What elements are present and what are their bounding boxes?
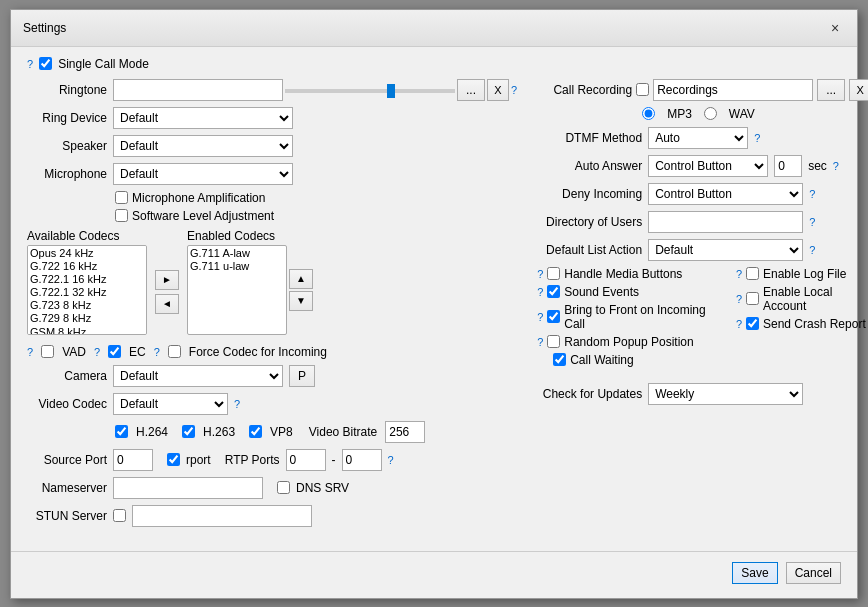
ring-device-label: Ring Device <box>27 111 107 125</box>
bring-front-label: Bring to Front on Incoming Call <box>564 303 720 331</box>
codec-up-button[interactable]: ▲ <box>289 269 313 289</box>
settings-dialog: Settings × ? Single Call Mode Ringtone <box>10 9 858 599</box>
software-level-checkbox[interactable] <box>115 209 128 222</box>
single-call-help[interactable]: ? <box>27 58 33 70</box>
available-codecs-list[interactable]: Opus 24 kHz G.722 16 kHz G.722.1 16 kHz … <box>27 245 147 335</box>
source-port-input[interactable] <box>113 449 153 471</box>
stun-label: STUN Server <box>27 509 107 523</box>
ringtone-input[interactable] <box>113 79 283 101</box>
random-popup-label: Random Popup Position <box>564 335 693 349</box>
close-button[interactable]: × <box>825 18 845 38</box>
auto-answer-help[interactable]: ? <box>833 160 839 172</box>
random-popup-checkbox[interactable] <box>547 335 560 348</box>
vad-help[interactable]: ? <box>27 346 33 358</box>
enabled-codecs-label: Enabled Codecs <box>187 229 313 243</box>
call-recording-clear[interactable]: X <box>849 79 868 101</box>
call-recording-folder[interactable] <box>653 79 813 101</box>
handle-media-help[interactable]: ? <box>537 268 543 280</box>
speaker-label: Speaker <box>27 139 107 153</box>
handle-media-label: Handle Media Buttons <box>564 267 682 281</box>
enable-log-help[interactable]: ? <box>736 268 742 280</box>
mic-amplification-label: Microphone Amplification <box>132 191 265 205</box>
updates-select[interactable]: Never Daily Weekly Monthly <box>648 383 803 405</box>
call-waiting-checkbox[interactable] <box>553 353 566 366</box>
rtp-help[interactable]: ? <box>388 454 394 466</box>
enable-log-checkbox[interactable] <box>746 267 759 280</box>
h263-label: H.263 <box>203 425 235 439</box>
dns-srv-checkbox[interactable] <box>277 481 290 494</box>
h264-label: H.264 <box>136 425 168 439</box>
single-call-mode-label: Single Call Mode <box>58 57 149 71</box>
deny-incoming-select[interactable]: Control Button Always Never <box>648 183 803 205</box>
camera-p-button[interactable]: P <box>289 365 315 387</box>
mp3-label: MP3 <box>667 107 692 121</box>
auto-answer-label: Auto Answer <box>537 159 642 173</box>
ec-help[interactable]: ? <box>94 346 100 358</box>
vad-checkbox[interactable] <box>41 345 54 358</box>
mic-amplification-checkbox[interactable] <box>115 191 128 204</box>
bring-front-help[interactable]: ? <box>537 311 543 323</box>
send-crash-help[interactable]: ? <box>736 318 742 330</box>
video-codec-select[interactable]: Default <box>113 393 228 415</box>
force-codec-checkbox[interactable] <box>168 345 181 358</box>
ring-device-select[interactable]: Default <box>113 107 293 129</box>
vp8-checkbox[interactable] <box>249 425 262 438</box>
cancel-button[interactable]: Cancel <box>786 562 841 584</box>
save-button[interactable]: Save <box>732 562 777 584</box>
bring-front-checkbox[interactable] <box>547 310 560 323</box>
speaker-select[interactable]: Default <box>113 135 293 157</box>
directory-input[interactable] <box>648 211 803 233</box>
ringtone-help[interactable]: ? <box>511 84 517 96</box>
rport-checkbox[interactable] <box>167 453 180 466</box>
stun-checkbox[interactable] <box>113 509 126 522</box>
codec-move-right-button[interactable]: ► <box>155 270 179 290</box>
auto-answer-select[interactable]: Control Button Always Never <box>648 155 768 177</box>
dtmf-select[interactable]: Auto RFC 2833 In-Band SIP INFO <box>648 127 748 149</box>
send-crash-checkbox[interactable] <box>746 317 759 330</box>
mp3-radio[interactable] <box>642 107 655 120</box>
rtp-to-input[interactable] <box>342 449 382 471</box>
h264-checkbox[interactable] <box>115 425 128 438</box>
sound-events-checkbox[interactable] <box>547 285 560 298</box>
handle-media-checkbox[interactable] <box>547 267 560 280</box>
sound-events-label: Sound Events <box>564 285 639 299</box>
auto-answer-sec-input[interactable] <box>774 155 802 177</box>
directory-help[interactable]: ? <box>809 216 815 228</box>
ringtone-browse-button[interactable]: ... <box>457 79 485 101</box>
codec-down-button[interactable]: ▼ <box>289 291 313 311</box>
default-list-help[interactable]: ? <box>809 244 815 256</box>
vad-label: VAD <box>62 345 86 359</box>
microphone-select[interactable]: Default <box>113 163 293 185</box>
call-recording-checkbox[interactable] <box>636 83 649 96</box>
codec-move-left-button[interactable]: ◄ <box>155 294 179 314</box>
wav-radio[interactable] <box>704 107 717 120</box>
nameserver-input[interactable] <box>113 477 263 499</box>
microphone-label: Microphone <box>27 167 107 181</box>
enable-local-checkbox[interactable] <box>746 292 759 305</box>
ec-checkbox[interactable] <box>108 345 121 358</box>
single-call-mode-checkbox[interactable] <box>39 57 52 70</box>
dtmf-help[interactable]: ? <box>754 132 760 144</box>
default-list-select[interactable]: Default <box>648 239 803 261</box>
call-waiting-label: Call Waiting <box>570 353 634 367</box>
enable-local-label: Enable Local Account <box>763 285 868 313</box>
rtp-ports-label: RTP Ports <box>225 453 280 467</box>
default-list-label: Default List Action <box>537 243 642 257</box>
h263-checkbox[interactable] <box>182 425 195 438</box>
force-codec-label: Force Codec for Incoming <box>189 345 327 359</box>
video-codec-help[interactable]: ? <box>234 398 240 410</box>
stun-input[interactable] <box>132 505 312 527</box>
random-popup-help[interactable]: ? <box>537 336 543 348</box>
ringtone-clear-button[interactable]: X <box>487 79 509 101</box>
call-recording-browse[interactable]: ... <box>817 79 845 101</box>
dialog-title: Settings <box>23 21 66 35</box>
force-codec-help[interactable]: ? <box>154 346 160 358</box>
sound-events-help[interactable]: ? <box>537 286 543 298</box>
deny-incoming-help[interactable]: ? <box>809 188 815 200</box>
bitrate-input[interactable] <box>385 421 425 443</box>
rtp-from-input[interactable] <box>286 449 326 471</box>
camera-select[interactable]: Default <box>113 365 283 387</box>
enable-local-help[interactable]: ? <box>736 293 742 305</box>
title-bar: Settings × <box>11 10 857 47</box>
enabled-codecs-list[interactable]: G.711 A-law G.711 u-law <box>187 245 287 335</box>
